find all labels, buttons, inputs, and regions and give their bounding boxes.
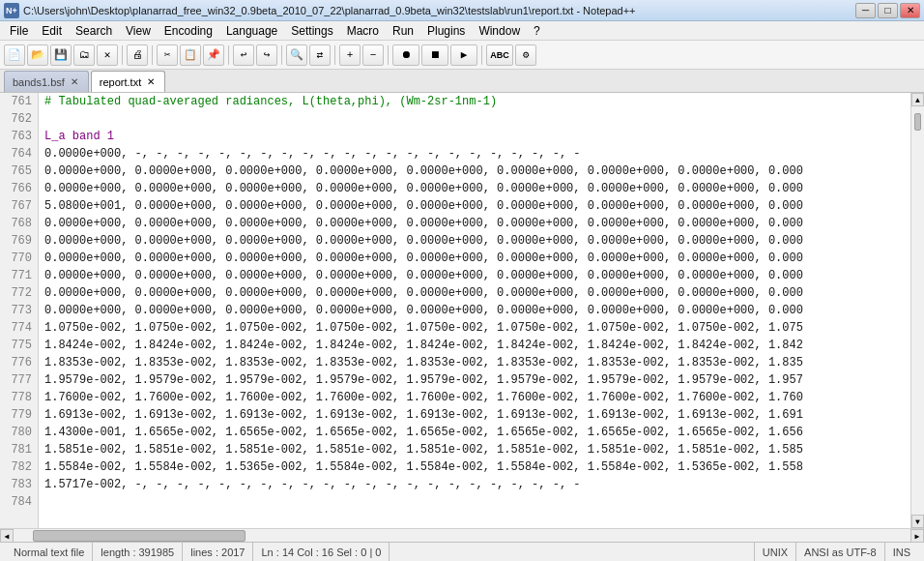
menu-window[interactable]: Window xyxy=(473,23,526,39)
title-buttons: ─ □ ✕ xyxy=(855,3,920,18)
line-number-779: 779 xyxy=(6,406,32,424)
status-lines: lines : 2017 xyxy=(183,543,253,561)
macro-play-button[interactable]: ▶ xyxy=(450,44,477,66)
line-number-768: 768 xyxy=(6,215,32,232)
menu-encoding[interactable]: Encoding xyxy=(159,23,218,39)
line-number-766: 766 xyxy=(6,180,32,197)
separator-3 xyxy=(228,45,229,65)
line-number-784: 784 xyxy=(6,493,32,511)
menu-file[interactable]: File xyxy=(4,23,34,39)
tab-report-close[interactable]: ✕ xyxy=(145,76,157,88)
menu-run[interactable]: Run xyxy=(387,23,419,39)
menu-macro[interactable]: Macro xyxy=(341,23,385,39)
editor-container: 7617627637647657667677687697707717727737… xyxy=(0,93,924,542)
title-bar: N+ C:\Users\john\Desktop\planarrad_free_… xyxy=(0,0,924,21)
cut-button[interactable]: ✂ xyxy=(157,44,178,66)
menu-help[interactable]: ? xyxy=(528,23,546,39)
print-button[interactable]: 🖨 xyxy=(127,44,148,66)
status-bar: Normal text file length : 391985 lines :… xyxy=(0,542,924,561)
status-mode: INS xyxy=(885,543,918,561)
scroll-down-arrow[interactable]: ▼ xyxy=(911,515,924,528)
separator-6 xyxy=(388,45,389,65)
find-button[interactable]: 🔍 xyxy=(286,44,307,66)
line-number-762: 762 xyxy=(6,110,32,128)
tab-bar: bands1.bsf ✕ report.txt ✕ xyxy=(0,70,924,93)
menu-plugins[interactable]: Plugins xyxy=(421,23,471,39)
minimize-button[interactable]: ─ xyxy=(855,3,876,18)
line-number-763: 763 xyxy=(6,128,32,145)
extra-button[interactable]: ⚙ xyxy=(515,44,536,66)
menu-settings[interactable]: Settings xyxy=(285,23,338,39)
vertical-scrollbar[interactable]: ▲ ▼ xyxy=(910,93,924,528)
scroll-up-arrow[interactable]: ▲ xyxy=(911,93,924,106)
toolbar: 📄 📂 💾 🗂 ✕ 🖨 ✂ 📋 📌 ↩ ↪ 🔍 ⇄ + − ⏺ ⏹ ▶ ABC … xyxy=(0,41,924,70)
redo-button[interactable]: ↪ xyxy=(256,44,277,66)
zoom-out-button[interactable]: − xyxy=(362,44,384,66)
scroll-track xyxy=(911,106,924,515)
code-line-782: 1.5584e-002, 1.5584e-002, 1.5365e-002, 1… xyxy=(44,458,905,476)
tab-report[interactable]: report.txt ✕ xyxy=(91,71,165,92)
line-number-773: 773 xyxy=(6,302,32,319)
paste-button[interactable]: 📌 xyxy=(203,44,224,66)
code-line-769: 0.0000e+000, 0.0000e+000, 0.0000e+000, 0… xyxy=(44,232,905,250)
scroll-h-track xyxy=(14,529,910,542)
code-line-771: 0.0000e+000, 0.0000e+000, 0.0000e+000, 0… xyxy=(44,267,905,284)
horizontal-scrollbar[interactable]: ◀ ▶ xyxy=(0,528,924,542)
undo-button[interactable]: ↩ xyxy=(233,44,254,66)
tab-bands1-close[interactable]: ✕ xyxy=(69,76,80,88)
line-number-776: 776 xyxy=(6,354,32,371)
line-number-775: 775 xyxy=(6,337,32,354)
menu-language[interactable]: Language xyxy=(220,23,283,39)
status-encoding: ANSI as UTF-8 xyxy=(796,543,885,561)
separator-2 xyxy=(152,45,153,65)
tab-bands1-label: bands1.bsf xyxy=(13,76,65,88)
code-line-784 xyxy=(44,493,905,511)
new-button[interactable]: 📄 xyxy=(4,44,25,66)
window-title: C:\Users\john\Desktop\planarrad_free_win… xyxy=(23,5,636,16)
maximize-button[interactable]: □ xyxy=(878,3,898,18)
menu-view[interactable]: View xyxy=(120,23,157,39)
separator-7 xyxy=(481,45,482,65)
copy-button[interactable]: 📋 xyxy=(180,44,201,66)
status-length: length : 391985 xyxy=(93,543,183,561)
code-line-783: 1.5717e-002, -, -, -, -, -, -, -, -, -, … xyxy=(44,476,905,493)
menu-search[interactable]: Search xyxy=(70,23,118,39)
scroll-thumb[interactable] xyxy=(914,113,921,131)
close-button[interactable]: ✕ xyxy=(900,3,920,18)
save-button[interactable]: 💾 xyxy=(50,44,72,66)
menu-edit[interactable]: Edit xyxy=(36,23,68,39)
code-area[interactable]: # Tabulated quad-averaged radiances, L(t… xyxy=(39,93,910,528)
line-number-761: 761 xyxy=(6,93,32,110)
code-line-762 xyxy=(44,110,905,128)
tab-bands1[interactable]: bands1.bsf ✕ xyxy=(4,71,89,92)
line-number-780: 780 xyxy=(6,424,32,441)
open-button[interactable]: 📂 xyxy=(27,44,48,66)
scroll-left-arrow[interactable]: ◀ xyxy=(0,529,14,543)
line-number-771: 771 xyxy=(6,267,32,284)
code-line-777: 1.9579e-002, 1.9579e-002, 1.9579e-002, 1… xyxy=(44,371,905,389)
code-line-781: 1.5851e-002, 1.5851e-002, 1.5851e-002, 1… xyxy=(44,441,905,458)
scroll-h-thumb[interactable] xyxy=(33,530,245,542)
scroll-right-arrow[interactable]: ▶ xyxy=(910,529,924,543)
code-line-772: 0.0000e+000, 0.0000e+000, 0.0000e+000, 0… xyxy=(44,284,905,302)
line-number-765: 765 xyxy=(6,162,32,180)
zoom-in-button[interactable]: + xyxy=(339,44,361,66)
code-line-766: 0.0000e+000, 0.0000e+000, 0.0000e+000, 0… xyxy=(44,180,905,197)
abc-button[interactable]: ABC xyxy=(486,44,513,66)
menu-bar: File Edit Search View Encoding Language … xyxy=(0,21,924,41)
code-line-778: 1.7600e-002, 1.7600e-002, 1.7600e-002, 1… xyxy=(44,389,905,406)
code-line-774: 1.0750e-002, 1.0750e-002, 1.0750e-002, 1… xyxy=(44,319,905,337)
code-line-770: 0.0000e+000, 0.0000e+000, 0.0000e+000, 0… xyxy=(44,250,905,267)
line-number-767: 767 xyxy=(6,197,32,215)
close-button-tb[interactable]: ✕ xyxy=(97,44,118,66)
line-number-783: 783 xyxy=(6,476,32,493)
macro-stop-button[interactable]: ⏹ xyxy=(421,44,448,66)
line-number-769: 769 xyxy=(6,232,32,250)
line-number-778: 778 xyxy=(6,389,32,406)
replace-button[interactable]: ⇄ xyxy=(309,44,331,66)
code-line-780: 1.4300e-001, 1.6565e-002, 1.6565e-002, 1… xyxy=(44,424,905,441)
line-number-782: 782 xyxy=(6,458,32,476)
title-bar-left: N+ C:\Users\john\Desktop\planarrad_free_… xyxy=(4,3,636,18)
macro-rec-button[interactable]: ⏺ xyxy=(392,44,419,66)
save-all-button[interactable]: 🗂 xyxy=(73,44,95,66)
